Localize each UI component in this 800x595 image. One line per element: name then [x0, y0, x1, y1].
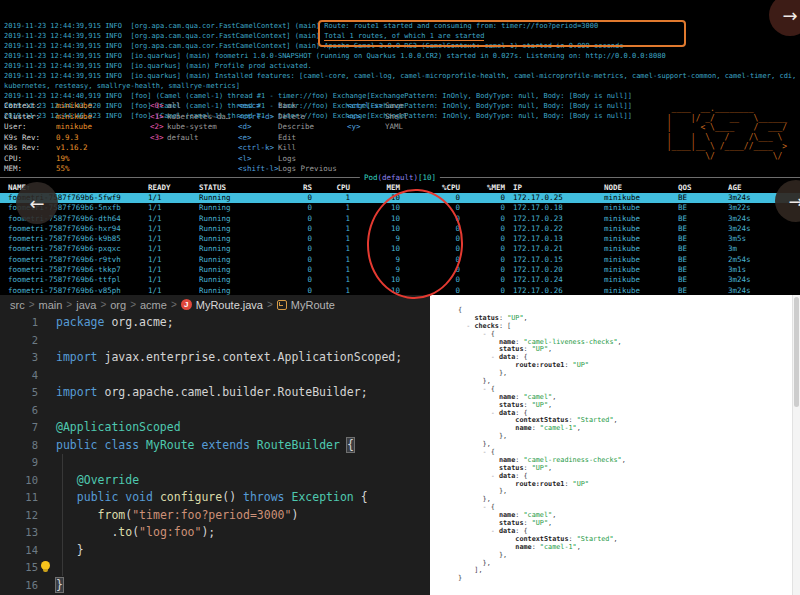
line-number: 1	[0, 314, 38, 332]
action-shortcut: <ctrl-k>Kill	[238, 143, 337, 154]
info-label: K8s Rev:	[4, 143, 56, 154]
breadcrumb-separator: >	[171, 299, 177, 310]
info-value: v1.16.2	[56, 143, 88, 152]
hotkey: <ctrl-d>	[238, 112, 278, 123]
code-editor: src>main>java>org>acme> J MyRoute.java >…	[0, 295, 430, 595]
namespace-shortcuts: <0>all<1>kubernetes-da…<2>kube-system<3>…	[150, 101, 230, 143]
collapse-toggle[interactable]: -	[483, 448, 491, 456]
cluster-info-row: K9s Rev:0.9.3	[4, 133, 92, 144]
scrollbar[interactable]	[792, 295, 800, 595]
pod-row[interactable]: foometri-7587f769b6-ttfpl1/1Running01100…	[0, 275, 800, 285]
collapse-toggle[interactable]: -	[491, 527, 499, 535]
info-value: minikube	[56, 122, 92, 131]
column-header: IP	[505, 182, 604, 193]
pod-row[interactable]: foometri-7587f769b6-hxr941/1Running01100…	[0, 224, 800, 234]
pod-row[interactable]: foometri-7587f769b6-r9tvh1/1Running01900…	[0, 255, 800, 265]
cluster-info-row: Context:minikube	[4, 101, 92, 112]
k9s-logo: ____ __.________ | |/ _/ __ \______ | < …	[667, 104, 792, 161]
prev-arrow-button[interactable]: ←	[16, 182, 58, 224]
hotkey-label: YAML	[385, 122, 403, 131]
pod-row[interactable]: foometri-7587f769b6-5nxfb1/1Running01100…	[0, 203, 800, 213]
breadcrumb-item[interactable]: java	[76, 299, 96, 311]
code-line: 8public class MyRoute extends RouteBuild…	[0, 437, 430, 455]
collapse-toggle[interactable]: -	[483, 330, 491, 338]
breadcrumb-separator: >	[130, 299, 136, 310]
info-value: 19%	[56, 154, 70, 163]
info-value: 55%	[56, 164, 70, 173]
line-number: 15	[0, 559, 38, 577]
line-number: 16	[0, 577, 38, 595]
code-line: 3import javax.enterprise.context.Applica…	[0, 349, 430, 367]
action-shortcuts-primary: <esc>Back<ctrl-d>Delete<d>Describe<e>Edi…	[238, 101, 337, 175]
hotkey-label: Edit	[278, 133, 296, 142]
lightbulb-icon[interactable]	[41, 561, 50, 570]
breadcrumb-symbol[interactable]: MyRoute	[277, 299, 335, 311]
action-shortcut: <s>Shell	[347, 112, 408, 123]
action-shortcut: <ctrl-s>Save	[347, 101, 408, 112]
code-line: 5import org.apache.camel.builder.RouteBu…	[0, 384, 430, 402]
breadcrumb-item[interactable]: acme	[140, 299, 167, 311]
code-line: 9	[0, 454, 430, 472]
breadcrumb-folders: src>main>java>org>acme>	[8, 299, 179, 311]
hotkey-label: Shell	[385, 112, 408, 121]
hotkey: <d>	[238, 122, 278, 133]
action-shortcut: <d>Describe	[238, 122, 337, 133]
hotkey: <y>	[347, 122, 385, 133]
cluster-info-row: K8s Rev:v1.16.2	[4, 143, 92, 154]
pod-row[interactable]: foometri-7587f769b6-pxqxc1/1Running01100…	[0, 244, 800, 254]
line-number: 6	[0, 402, 38, 420]
line-number: 8	[0, 437, 38, 455]
hotkey: <1>	[150, 112, 167, 123]
column-header: NODE	[604, 182, 678, 193]
table-title-count: [10]	[418, 173, 436, 182]
namespace-shortcut: <2>kube-system	[150, 122, 230, 133]
breadcrumb: src>main>java>org>acme> J MyRoute.java >…	[0, 295, 430, 314]
collapse-toggle[interactable]: -	[483, 503, 491, 511]
breadcrumb-item[interactable]: src	[10, 299, 25, 311]
collapse-toggle[interactable]: -	[491, 353, 499, 361]
code-line: 1package org.acme;	[0, 314, 430, 332]
class-symbol-icon	[277, 300, 287, 310]
right-arrow-icon: →	[782, 5, 797, 26]
screenshot-root: 2019-11-23 12:44:39,915 INFO [org.apa.ca…	[0, 0, 800, 595]
pod-row[interactable]: foometri-7587f769b6-tkkp71/1Running01900…	[0, 265, 800, 275]
breadcrumb-file[interactable]: J MyRoute.java	[181, 299, 263, 311]
namespace-shortcut: <0>all	[150, 101, 230, 112]
hotkey-label: Logs Previous	[278, 164, 337, 173]
pod-row[interactable]: foometri-7587f769b6-5fwf91/1Running01100…	[0, 193, 800, 203]
pod-row[interactable]: foometri-7587f769b6-dth641/1Running01100…	[0, 214, 800, 224]
hotkey-label: Kill	[278, 143, 296, 152]
line-number: 14	[0, 542, 38, 560]
hotkey-label: Describe	[278, 122, 314, 131]
json-line: ],	[458, 567, 626, 575]
scrollbar-thumb[interactable]	[794, 297, 799, 407]
pod-row[interactable]: foometri-7587f769b6-k9b851/1Running01900…	[0, 234, 800, 244]
line-number: 10	[0, 472, 38, 490]
column-header: %CPU	[400, 182, 460, 193]
k9s-header: Context:minikubeCluster:minikubeUser:min…	[0, 100, 800, 177]
action-shortcut: <ctrl-d>Delete	[238, 112, 337, 123]
collapse-toggle[interactable]: -	[491, 472, 499, 480]
collapse-toggle[interactable]: -	[483, 385, 491, 393]
action-shortcut: <l>Logs	[238, 154, 337, 165]
action-shortcut: <shift-l>Logs Previous	[238, 164, 337, 175]
code-line: 4	[0, 367, 430, 385]
breadcrumb-item[interactable]: org	[110, 299, 126, 311]
breadcrumb-separator: >	[267, 299, 273, 310]
info-label: User:	[4, 122, 56, 133]
column-header: %MEM	[460, 182, 505, 193]
code-line: 13 .to("log:foo");	[0, 524, 430, 542]
hotkey: <shift-l>	[238, 164, 278, 175]
collapse-toggle[interactable]: -	[491, 409, 499, 417]
json-lines: { status: "UP", - checks: [ - { name: "c…	[458, 307, 626, 583]
hotkey: <l>	[238, 154, 278, 165]
info-label: Context:	[4, 101, 56, 112]
breadcrumb-separator: >	[66, 299, 72, 310]
hotkey: <0>	[150, 101, 167, 112]
line-number: 7	[0, 419, 38, 437]
line-number: 12	[0, 507, 38, 525]
hotkey-label: kube-system	[167, 122, 217, 131]
breadcrumb-item[interactable]: main	[39, 299, 63, 311]
log-line: 2019-11-23 12:44:39,915 INFO [io.quarkus…	[4, 51, 800, 61]
json-line: },	[458, 560, 626, 568]
